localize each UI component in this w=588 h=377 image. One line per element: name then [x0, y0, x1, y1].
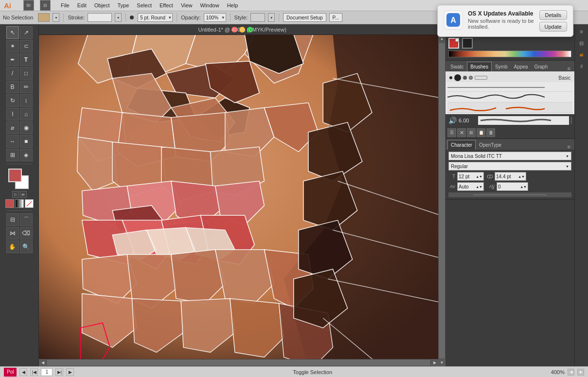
canvas-tab[interactable]: Untitled-1* @ 400% (CMYK/Preview)	[39, 24, 445, 35]
scroll-thumb-vertical[interactable]	[439, 43, 445, 359]
status-scroll-left[interactable]: ◀	[568, 369, 574, 376]
brush-dot-5[interactable]	[475, 76, 487, 80]
direct-selection-tool[interactable]: ↗	[20, 26, 33, 39]
paint-bucket-tool[interactable]: ⌒	[20, 213, 33, 226]
scroll-right-btn[interactable]: ▶	[431, 359, 438, 366]
scroll-thumb-horizontal[interactable]	[47, 360, 430, 366]
pen-tool[interactable]: ✒	[6, 53, 19, 66]
swap-colors-btn[interactable]: ⇄	[20, 191, 27, 198]
live-paint-tool[interactable]: ◈	[20, 149, 33, 161]
default-colors-btn[interactable]: D	[12, 191, 19, 198]
vertical-scrollbar[interactable]: ▲ ▼	[438, 35, 445, 366]
brush-dot-1[interactable]	[449, 76, 452, 79]
brush-stroke-1[interactable]	[447, 83, 572, 92]
nav-prev-btn[interactable]: ◀	[19, 368, 27, 376]
tab-opentype[interactable]: OpenType	[476, 140, 504, 150]
eraser-tool[interactable]: ⌫	[20, 227, 33, 240]
tab-character[interactable]: Character	[447, 140, 476, 150]
new-brush-btn[interactable]: ✕	[457, 128, 466, 137]
hand-tool[interactable]: ✋	[6, 240, 19, 253]
bridge-icon-btn[interactable]: Br	[23, 0, 34, 11]
remove-brush-btn[interactable]: 📋	[477, 128, 485, 137]
update-btn[interactable]: Update	[539, 22, 567, 32]
horizontal-scrollbar[interactable]: ◀ ▶	[39, 359, 438, 366]
brush-lib-btn[interactable]: ⊞	[467, 128, 476, 137]
color-bg-swatch[interactable]	[462, 38, 473, 49]
nav-first-btn[interactable]: |◀	[30, 368, 38, 376]
style-swatch[interactable]	[250, 13, 265, 22]
eyedropper-tool[interactable]: ◉	[20, 121, 33, 134]
color-mode-btn[interactable]	[5, 199, 14, 208]
selection-tool[interactable]: ↖	[6, 26, 19, 39]
canvas-content[interactable]: ▲ ▼ ◀ ▶	[39, 35, 445, 366]
if-badge-icon[interactable]: if	[576, 61, 587, 72]
menu-edit[interactable]: Edit	[76, 1, 88, 9]
line-tool[interactable]: /	[6, 67, 19, 80]
fill-dropdown-btn[interactable]: ▼	[53, 13, 59, 22]
blend-tool[interactable]: ⌀	[6, 121, 19, 134]
font-name-dropdown[interactable]: Mona Lisa Solid ITC TT ▼	[448, 152, 571, 160]
scroll-left-btn[interactable]: ◀	[39, 359, 46, 366]
lasso-tool[interactable]: ⊂	[20, 40, 33, 52]
gradient-mode-btn[interactable]	[15, 199, 24, 208]
color-gradient-bar[interactable]	[448, 51, 571, 57]
ai-badge-icon[interactable]: ai	[576, 50, 587, 60]
font-size-input[interactable]: 12 pt ▲▼	[457, 172, 484, 181]
menu-help[interactable]: Help	[226, 1, 240, 9]
width-tool[interactable]: ⌂	[20, 108, 33, 120]
gradient-tool[interactable]: ■	[20, 135, 33, 148]
page-number-input[interactable]	[41, 368, 53, 376]
menu-type[interactable]: Type	[116, 1, 131, 9]
brush-dot-4[interactable]	[469, 76, 473, 80]
type-tool[interactable]: T	[20, 53, 33, 66]
brush-dot-3[interactable]	[463, 76, 467, 80]
tab-symbols[interactable]: Symb	[492, 62, 511, 71]
tab-brushes[interactable]: Brushes	[467, 62, 492, 71]
menu-view[interactable]: View	[179, 1, 194, 9]
tab-appearance[interactable]: Appea	[511, 62, 531, 71]
nav-last-btn[interactable]: ▶|	[55, 368, 63, 376]
menu-window[interactable]: Window	[199, 1, 221, 9]
tracking-input[interactable]: 0 ▲▼	[497, 182, 528, 191]
brushes-panel-menu[interactable]: ≡	[566, 66, 572, 71]
brush-stroke-2[interactable]	[447, 92, 572, 103]
scale-tool[interactable]: ↕	[20, 94, 33, 107]
details-btn[interactable]: Details	[539, 10, 567, 20]
menu-object[interactable]: Object	[93, 1, 111, 9]
fill-color-swatch[interactable]	[8, 169, 22, 182]
mesh-tool[interactable]: ⊞	[6, 149, 19, 161]
brush-options-btn[interactable]: ☰	[447, 128, 456, 137]
opacity-dropdown[interactable]: 100% ▼	[204, 13, 226, 22]
none-mode-btn[interactable]	[25, 199, 34, 208]
font-style-dropdown[interactable]: Regular ▼	[448, 162, 571, 171]
tab-swatches[interactable]: Swatc	[447, 62, 466, 71]
zoom-tool[interactable]: 🔍	[20, 240, 33, 253]
warp-tool[interactable]: ⌇	[6, 108, 19, 120]
style-dropdown-btn[interactable]: ▼	[268, 13, 275, 22]
rect-tool[interactable]: □	[20, 67, 33, 80]
menu-select[interactable]: Select	[135, 1, 153, 9]
arrangement-btn[interactable]: P...	[329, 13, 343, 22]
tab-graphic-styles[interactable]: Graph	[531, 62, 551, 71]
color-fg-swatch[interactable]	[448, 38, 459, 49]
kerning-input[interactable]: Auto ▲▼	[457, 182, 484, 191]
pencil-tool[interactable]: ✏	[20, 81, 33, 93]
poly-indicator[interactable]: Pol	[4, 368, 17, 377]
stroke-swatch[interactable]	[88, 13, 112, 22]
brush-dropdown[interactable]: 5 pt. Round ▼	[138, 13, 173, 22]
brush-stroke-3[interactable]	[447, 103, 572, 113]
document-setup-btn[interactable]: Document Setup	[283, 13, 326, 22]
workspace-dropdown[interactable]: ⊟	[40, 0, 51, 11]
artboards-edge-icon[interactable]: ⊟	[576, 38, 587, 49]
status-scroll-right[interactable]: ▶	[577, 369, 584, 376]
delete-brush-btn[interactable]: 🗑	[486, 128, 495, 137]
column-graph-tool[interactable]: ⊟	[6, 213, 19, 226]
menu-file[interactable]: File	[59, 1, 71, 9]
menu-effect[interactable]: Effect	[158, 1, 175, 9]
layers-edge-icon[interactable]: ≡	[576, 26, 587, 37]
stroke-dropdown-btn[interactable]: ▼	[115, 13, 122, 22]
fill-swatch[interactable]	[38, 13, 50, 22]
rotate-tool[interactable]: ↻	[6, 94, 19, 107]
leading-input[interactable]: 14.4 pt ▲▼	[495, 172, 526, 181]
measure-tool[interactable]: ↔	[6, 135, 19, 148]
